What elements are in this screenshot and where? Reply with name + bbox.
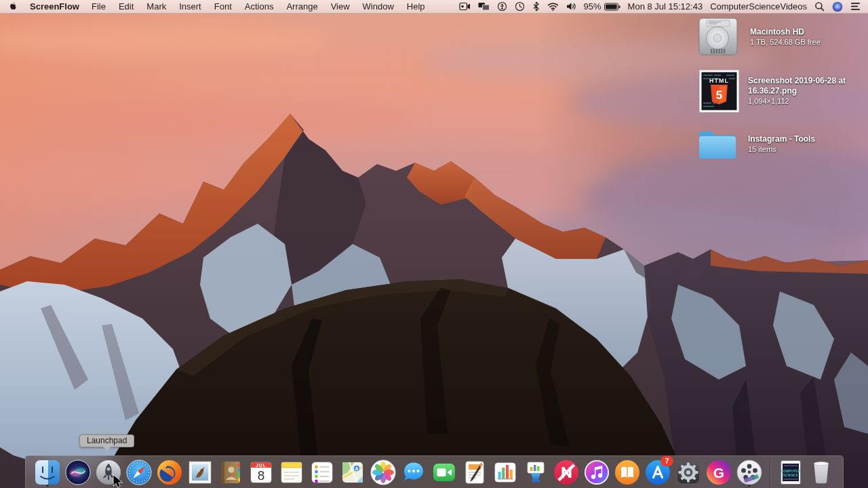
screen: ScreenFlow FileEditMarkInsertFontActions… — [0, 0, 868, 488]
dock-appstore-icon[interactable]: 7 — [644, 457, 671, 487]
menu-item-edit[interactable]: Edit — [119, 1, 134, 12]
dock-messages-icon[interactable] — [400, 457, 427, 487]
dock-reminders-icon[interactable] — [309, 457, 336, 487]
dock-trash-icon[interactable] — [808, 457, 835, 487]
dock-itunes-icon[interactable] — [583, 457, 610, 487]
displays-icon[interactable] — [478, 2, 490, 11]
app-store-badge: 7 — [660, 456, 673, 466]
file-icon-line2: SCIENCE — [783, 473, 799, 476]
bluetooth-icon[interactable] — [532, 1, 540, 12]
icon-subtitle: 1,094×1,112 — [748, 96, 846, 106]
desktop-label: Screenshot 2019-06-28 at 16.36.27.png 1,… — [748, 76, 846, 106]
folder-icon — [697, 127, 738, 161]
desktop-icon-macintosh-hd[interactable]: Macintosh HD 1 TB, 524.68 GB free — [696, 17, 821, 58]
desktop-label: Instagram - Tools 15 items — [748, 134, 815, 155]
dock-safari-icon[interactable] — [125, 457, 153, 487]
dock-news-icon[interactable] — [553, 457, 580, 487]
html-thumb-digit: 5 — [716, 89, 722, 102]
accessibility-icon[interactable] — [497, 1, 507, 12]
dock-notes-icon[interactable] — [278, 457, 305, 487]
desktop-label: Macintosh HD 1 TB, 524.68 GB free — [750, 27, 821, 47]
menu-item-mark[interactable]: Mark — [146, 1, 166, 12]
notification-center-icon[interactable] — [850, 2, 861, 11]
menu-item-font[interactable]: Font — [214, 1, 232, 12]
apple-menu[interactable] — [9, 1, 18, 12]
time-machine-icon[interactable] — [515, 1, 525, 12]
dock-calendar-icon[interactable]: JUL 8 — [248, 457, 275, 487]
menu-item-file[interactable]: File — [92, 1, 106, 12]
dock-numbers-icon[interactable] — [492, 457, 519, 487]
dock-pages-icon[interactable] — [461, 457, 488, 487]
running-indicator — [47, 485, 49, 487]
file-icon-line1: COMPUTER — [781, 469, 801, 472]
menubar-username[interactable]: ComputerScienceVideos — [710, 1, 807, 12]
maps-pin-letter: A — [355, 466, 358, 470]
mouse-cursor — [113, 474, 123, 488]
hard-drive-icon — [696, 17, 741, 58]
icon-title: Macintosh HD — [750, 27, 821, 37]
menu-bar: ScreenFlow FileEditMarkInsertFontActions… — [0, 0, 868, 14]
menu-item-help[interactable]: Help — [407, 1, 425, 12]
icon-subtitle: 15 items — [748, 144, 815, 155]
dock-screenflow-icon[interactable] — [736, 457, 763, 487]
dock-books-icon[interactable] — [614, 457, 641, 487]
image-file-icon: HTML 5 — [699, 70, 739, 113]
dock: JUL 8 A — [25, 455, 844, 488]
dock-facetime-icon[interactable] — [431, 457, 458, 487]
menubar-menus: FileEditMarkInsertFontActionsArrangeView… — [92, 1, 425, 12]
battery-status[interactable]: 95% — [584, 1, 620, 12]
screen-recording-icon[interactable] — [459, 2, 471, 11]
html-thumb-word: HTML — [709, 77, 729, 84]
dock-siri-icon[interactable] — [64, 457, 92, 487]
icon-title: Instagram - Tools — [748, 134, 815, 144]
dock-mail-icon[interactable] — [186, 457, 214, 487]
wifi-icon[interactable] — [547, 2, 559, 11]
icon-title-line1: Screenshot 2019-06-28 at — [748, 76, 846, 86]
dock-finder-icon[interactable] — [34, 457, 61, 487]
dock-firefox-icon[interactable] — [156, 457, 183, 487]
siri-icon[interactable] — [832, 1, 843, 12]
dock-maps-icon[interactable]: A — [339, 457, 366, 487]
desktop-icon-instagram-tools-folder[interactable]: Instagram - Tools 15 items — [697, 127, 815, 161]
spotlight-icon[interactable] — [814, 1, 825, 12]
volume-icon[interactable] — [566, 2, 576, 11]
dock-computerscience-file-icon[interactable]: COMPUTER SCIENCE — [777, 457, 804, 487]
menu-item-window[interactable]: Window — [363, 1, 394, 12]
battery-percent: 95% — [584, 1, 601, 12]
dock-g-app-icon[interactable]: G — [705, 457, 732, 487]
dock-photos-icon[interactable] — [370, 457, 397, 487]
tooltip-label: Launchpad — [87, 436, 127, 445]
calendar-day: 8 — [258, 468, 265, 482]
menu-item-arrange[interactable]: Arrange — [286, 1, 317, 12]
g-app-letter: G — [713, 464, 724, 480]
icon-subtitle: 1 TB, 524.68 GB free — [750, 37, 821, 47]
calendar-month: JUL — [256, 462, 266, 467]
active-app-name[interactable]: ScreenFlow — [30, 1, 79, 12]
dock-keynote-icon[interactable] — [522, 457, 549, 487]
dock-contacts-icon[interactable] — [217, 457, 244, 487]
launchpad-tooltip: Launchpad — [79, 434, 134, 447]
dock-system-preferences-icon[interactable] — [675, 457, 702, 487]
menubar-clock[interactable]: Mon 8 Jul 15:12:43 — [628, 1, 703, 12]
menu-item-view[interactable]: View — [331, 1, 350, 12]
dock-separator — [770, 458, 770, 487]
battery-icon — [604, 3, 620, 11]
desktop-icon-screenshot-file[interactable]: HTML 5 Screenshot 2019-06-28 at 16.36.27… — [699, 70, 846, 113]
apple-logo-icon — [9, 1, 18, 12]
icon-title-line2: 16.36.27.png — [748, 86, 846, 96]
menu-item-actions[interactable]: Actions — [245, 1, 274, 12]
menu-item-insert[interactable]: Insert — [179, 1, 201, 12]
running-indicator — [749, 485, 751, 487]
